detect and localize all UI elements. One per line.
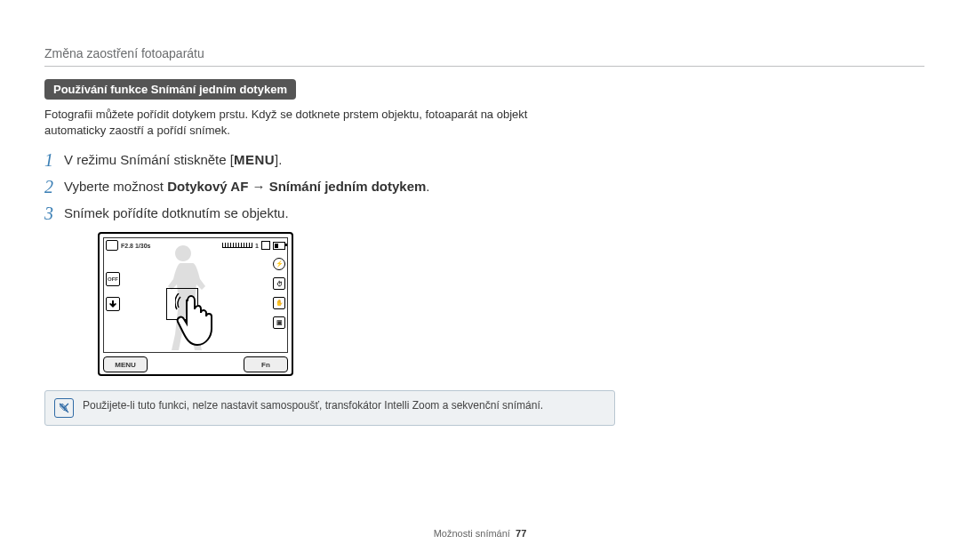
fn-hw-button: Fn: [244, 356, 288, 372]
step-2: 2 Vyberte možnost Dotykový AF → Snímání …: [44, 177, 916, 196]
lcd-status-left: F2.8 1/30s: [106, 240, 150, 251]
section-title: Změna zaostření fotoaparátu: [44, 46, 916, 60]
lcd-status-right: 1: [222, 241, 285, 250]
lcd-hardware-buttons: MENU Fn: [103, 356, 288, 372]
off-icon: OFF: [106, 272, 120, 286]
menu-hw-button: MENU: [103, 356, 148, 372]
timer-icon: ⏱: [273, 277, 285, 290]
shots-remaining: 1: [255, 243, 259, 249]
step-pre: Vyberte možnost: [64, 179, 167, 194]
step-1: 1 V režimu Snímání stiskněte [MENU].: [44, 150, 916, 170]
step-3: 3 Snímek pořídíte dotknutím se objektu.: [44, 204, 916, 223]
footer-label: Možnosti snímání: [434, 528, 510, 539]
step-text: Snímek pořídíte dotknutím se objektu.: [64, 204, 289, 222]
feature-pill: Používání funkce Snímání jedním dotykem: [44, 79, 296, 100]
step-bold: Dotykový AF → Snímání jedním dotykem: [167, 179, 426, 194]
drive-icon: ▣: [273, 316, 285, 329]
step-post: ].: [275, 152, 282, 167]
lcd-screen: F2.8 1/30s 1: [103, 237, 288, 353]
stabilize-icon: ✋: [273, 297, 285, 309]
section-divider: [44, 66, 924, 67]
note-text: Použijete-li tuto funkci, nelze nastavit…: [83, 398, 543, 412]
feature-intro: Fotografii můžete pořídit dotykem prstu.…: [44, 107, 587, 138]
lcd-left-icons: OFF: [106, 272, 120, 311]
touch-shot-icon: [106, 297, 120, 311]
step-pre: Snímek pořídíte dotknutím se objektu.: [64, 205, 289, 220]
menu-label: MENU: [234, 152, 275, 167]
step-number: 1: [44, 150, 64, 170]
lcd-right-icons: ⚡ ⏱ ✋ ▣: [273, 258, 285, 329]
step-pre: V režimu Snímání stiskněte [: [64, 152, 234, 167]
step-number: 2: [44, 177, 64, 196]
lcd-frame: F2.8 1/30s 1: [98, 232, 293, 376]
step-post: .: [426, 179, 429, 194]
battery-icon: [273, 242, 285, 250]
sd-card-icon: [261, 241, 270, 250]
step-number: 3: [44, 204, 64, 223]
lcd-figure: F2.8 1/30s 1: [98, 232, 916, 376]
ev-scale-icon: [222, 243, 252, 248]
note-box: ✎ Použijete-li tuto funkci, nelze nastav…: [44, 390, 615, 426]
page-number: 77: [516, 528, 526, 539]
flash-icon: ⚡: [273, 258, 285, 270]
touch-hand-icon: [175, 293, 220, 347]
note-info-icon: ✎: [54, 398, 74, 418]
step-text: Vyberte možnost Dotykový AF → Snímání je…: [64, 177, 430, 196]
steps-list: 1 V režimu Snímání stiskněte [MENU]. 2 V…: [44, 150, 916, 223]
exposure-readout: F2.8 1/30s: [121, 243, 150, 249]
page-footer: Možnosti snímání 77: [0, 528, 960, 539]
camera-mode-icon: [106, 240, 118, 251]
step-text: V režimu Snímání stiskněte [MENU].: [64, 150, 282, 169]
